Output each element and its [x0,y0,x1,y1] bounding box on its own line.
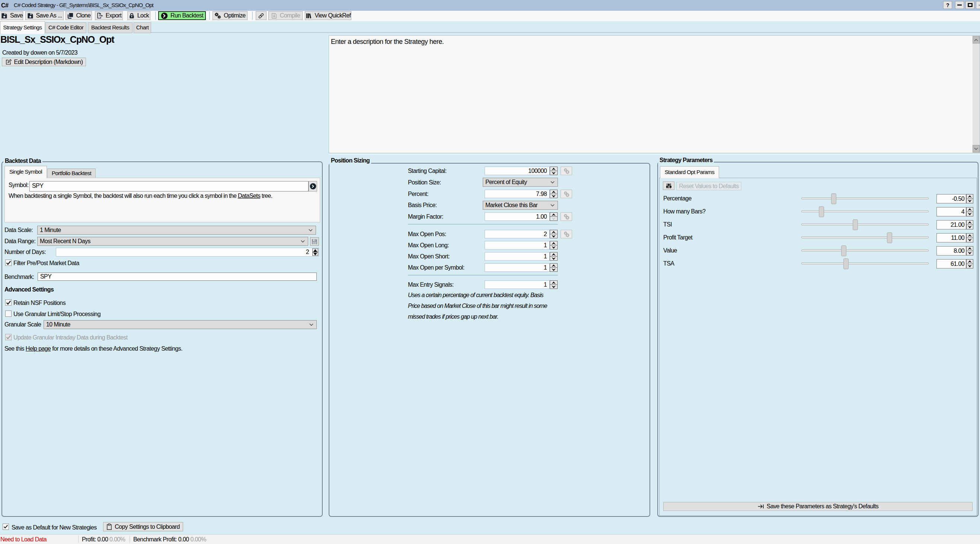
svg-text:C#: C# [1,2,9,8]
